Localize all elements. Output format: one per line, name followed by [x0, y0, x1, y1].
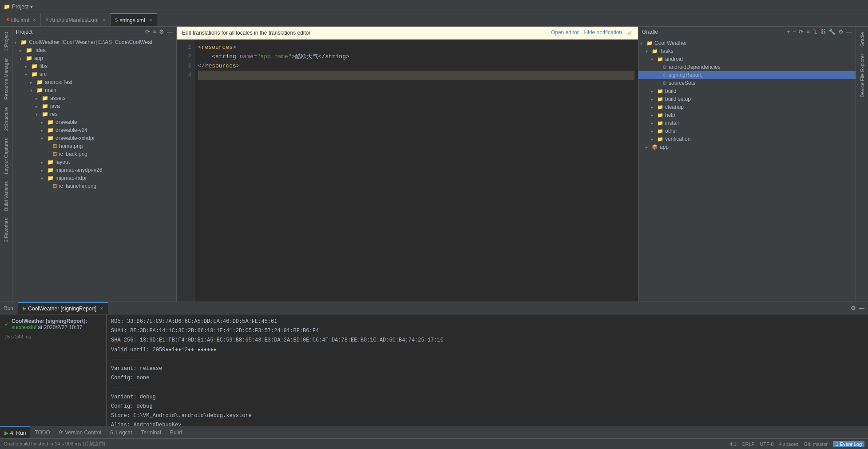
other-label: other — [665, 128, 677, 134]
run-taskname-bold: CoolWeather [signingReport]: — [12, 318, 87, 324]
gradle-link-btn[interactable]: ⛓ — [820, 28, 826, 35]
run-output[interactable]: MD5: 33:B6:7E:C9:7A:B6:6C:A5:DB:EA:46:DD… — [107, 314, 868, 426]
gradle-hide-btn[interactable]: — — [846, 28, 852, 35]
gradle-sort-btn[interactable]: ≡ — [806, 28, 810, 35]
src-arrow — [25, 72, 30, 77]
tree-root[interactable]: 📁 CoolWeather [Cool Weather] E:\AS_Code\… — [12, 38, 176, 46]
output-line-sep1: ---------- — [111, 355, 864, 364]
verification-arrow — [651, 137, 656, 142]
dismiss-notification[interactable]: ✓ — [627, 29, 633, 36]
drawable-v24-icon: 📁 — [47, 127, 54, 133]
tab-strings-xml[interactable]: S strings.xml ✕ — [111, 13, 157, 26]
gradle-install[interactable]: 📁 install — [638, 119, 856, 127]
bottom-hide-btn[interactable]: — — [859, 305, 864, 311]
close-strings-xml[interactable]: ✕ — [149, 18, 152, 23]
tree-home-png[interactable]: 🖼 home.png — [12, 142, 176, 150]
sidebar-item-layout-captures[interactable]: Layout Captures — [4, 135, 9, 178]
event-log-button[interactable]: 1 Event Log — [833, 441, 864, 447]
gradle-wrench-btn[interactable]: 🔧 — [828, 28, 836, 35]
bottom-panel: Run: ▶ CoolWeather [signingReport] ✕ ⚙ —… — [0, 302, 868, 426]
tree-ic-back-png[interactable]: 🖼 ic_back.png — [12, 150, 176, 158]
sidebar-item-favorites[interactable]: 2:Favorites — [4, 215, 9, 246]
close-title-xml[interactable]: ✕ — [32, 17, 36, 22]
tree-app[interactable]: 📁 app — [12, 54, 176, 62]
hide-panel-btn[interactable]: — — [167, 28, 173, 35]
tree-androidtest[interactable]: 📁 androidTest — [12, 78, 176, 86]
tab-build[interactable]: Build — [166, 426, 186, 438]
gradle-help[interactable]: 📁 help — [638, 111, 856, 119]
gradle-signing-report[interactable]: ⚙ signingReport — [638, 71, 856, 79]
status-git[interactable]: Git: master — [804, 441, 828, 447]
sidebar-device-explorer-label[interactable]: Device File Explorer — [860, 50, 865, 101]
tab-run[interactable]: ▶ CoolWeather [signingReport] ✕ — [18, 302, 108, 314]
open-editor-link[interactable]: Open editor — [551, 29, 579, 36]
gradle-app[interactable]: 📦 app — [638, 143, 856, 151]
tab-version-control[interactable]: 9: Version Control — [55, 426, 106, 438]
gradle-source-sets[interactable]: ⚙ sourceSets — [638, 79, 856, 87]
tree-assets[interactable]: 📁 assets — [12, 94, 176, 102]
hide-notification-link[interactable]: Hide notification — [584, 29, 622, 36]
sync-btn[interactable]: ⟳ — [145, 28, 150, 35]
project-selector[interactable]: 📁 Project ▾ — [4, 4, 33, 10]
sidebar-item-build-variants[interactable]: Build Variants — [4, 178, 9, 215]
tree-ic-launcher[interactable]: 🖼 ic_launcher.png — [12, 182, 176, 190]
collapse-btn[interactable]: ≡ — [153, 28, 156, 35]
tab-androidmanifest[interactable]: A AndroidManifest.xml ✕ — [41, 13, 110, 26]
tree-java[interactable]: 📁 java — [12, 102, 176, 110]
gradle-remove-btn[interactable]: − — [793, 28, 797, 35]
editor-content[interactable]: 1 2 3 4 <resources> <string name="app_na… — [177, 40, 638, 302]
sidebar-gradle-label[interactable]: Gradle — [860, 28, 865, 50]
tab-4-run[interactable]: ▶ 4: Run — [0, 426, 30, 438]
gradle-tasks[interactable]: 📁 Tasks — [638, 47, 856, 55]
run-task-label[interactable]: ✓ CoolWeather [signingReport]: successfu… — [0, 316, 106, 332]
gradle-toolbar: + − ⟳ ≡ ⇅ ⛓ 🔧 ⚙ — — [787, 28, 852, 35]
sidebar-item-structure[interactable]: 2:Structure — [4, 103, 9, 135]
code-lines[interactable]: <resources> <string name="app_name">酷欧天气… — [194, 40, 638, 302]
status-position[interactable]: 4:1 — [729, 441, 736, 447]
tree-drawable-xxhdpi[interactable]: 📁 drawable-xxhdpi — [12, 134, 176, 142]
bottom-settings-btn[interactable]: ⚙ — [851, 305, 856, 311]
gradle-refresh-btn[interactable]: ⟳ — [799, 28, 804, 35]
line-num-3: 3 — [177, 62, 191, 71]
status-charset[interactable]: UTF-8 — [760, 441, 773, 447]
gradle-build-setup[interactable]: 📁 build setup — [638, 95, 856, 103]
tree-drawable[interactable]: 📁 drawable — [12, 118, 176, 126]
gradle-cool-weather[interactable]: 📁 Cool Weather — [638, 39, 856, 47]
tree-mipmap-hdpi[interactable]: 📁 mipmap-hdpi — [12, 174, 176, 182]
mipmap-anydpi-arrow — [41, 168, 46, 173]
status-crlf[interactable]: CRLF — [742, 441, 755, 447]
tree-mipmap-anydpi[interactable]: 📁 mipmap-anydpi-v26 — [12, 166, 176, 174]
gradle-expand-btn[interactable]: ⇅ — [813, 28, 817, 35]
tree-main[interactable]: 📁 main — [12, 86, 176, 94]
tree-libs[interactable]: 📁 libs — [12, 62, 176, 70]
sidebar-item-resource-manager[interactable]: Resource Manager — [4, 55, 9, 103]
tab-logcat[interactable]: 6: Logcat — [106, 426, 136, 438]
drawable-xxhdpi-arrow — [41, 136, 46, 141]
tree-src[interactable]: 📁 src — [12, 70, 176, 78]
tab-terminal[interactable]: Terminal — [137, 426, 166, 438]
gradle-cleanup[interactable]: 📁 cleanup — [638, 103, 856, 111]
output-line-variant-release: Variant: release — [111, 364, 864, 374]
run-duration-value: 15 s 243 ms — [4, 334, 31, 339]
sidebar-item-project[interactable]: 1:Project — [4, 28, 9, 55]
tree-res[interactable]: 📁 res — [12, 110, 176, 118]
status-indent[interactable]: 4 spaces — [779, 441, 798, 447]
gradle-build[interactable]: 📁 build — [638, 87, 856, 95]
gradle-android-deps[interactable]: ⚙ androidDependencies — [638, 63, 856, 71]
line-num-4: 4 — [177, 71, 191, 80]
idea-arrow — [20, 48, 25, 53]
close-run-tab[interactable]: ✕ — [100, 306, 103, 311]
tab-todo[interactable]: TODO — [30, 426, 54, 438]
tab-title-xml[interactable]: X title.xml ✕ — [2, 13, 41, 26]
gradle-other[interactable]: 📁 other — [638, 127, 856, 135]
gradle-add-btn[interactable]: + — [787, 28, 790, 35]
gradle-verification[interactable]: 📁 verification — [638, 135, 856, 143]
tree-drawable-v24[interactable]: 📁 drawable-v24 — [12, 126, 176, 134]
android-label: android — [665, 56, 683, 62]
settings-btn[interactable]: ⚙ — [159, 28, 164, 35]
tree-layout[interactable]: 📁 layout — [12, 158, 176, 166]
tree-idea[interactable]: 📁 .idea — [12, 46, 176, 54]
gradle-android[interactable]: 📁 android — [638, 55, 856, 63]
close-manifest[interactable]: ✕ — [102, 17, 106, 22]
gradle-settings-btn[interactable]: ⚙ — [838, 28, 844, 35]
